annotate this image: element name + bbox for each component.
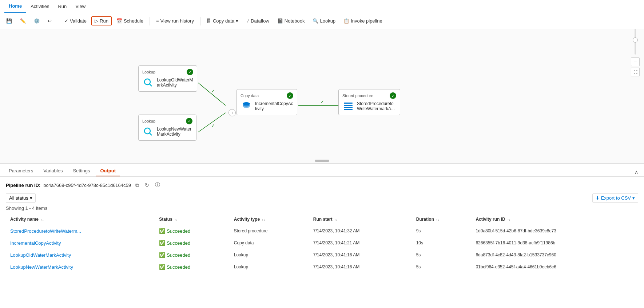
cell-run-id: 01bcf964-e352-445f-a4a4-4661b9eeb6c6 — [471, 261, 638, 273]
tab-settings[interactable]: Settings — [68, 166, 94, 176]
settings-button[interactable]: ⚙️ — [31, 16, 43, 25]
filter-label: All status — [9, 195, 28, 201]
export-csv-button[interactable]: ⬇ Export to CSV ▾ — [592, 193, 638, 203]
copy-run-id-button[interactable]: ⧉ — [134, 181, 140, 189]
view-run-history-button[interactable]: ≡ View run history — [153, 16, 197, 25]
cell-activity-type: Lookup — [230, 261, 309, 273]
cell-activity-name[interactable]: LookupOldWaterMarkActivity — [6, 249, 155, 261]
showing-items-text: Showing 1 - 4 items — [6, 205, 638, 211]
fullscreen-button[interactable]: ⛶ — [631, 68, 640, 76]
nav-view[interactable]: View — [71, 0, 90, 13]
nav-home[interactable]: Home — [4, 0, 26, 13]
status-text: Succeeded — [167, 240, 190, 246]
lookup2-icon — [142, 126, 154, 137]
export-csv-label: Export to CSV — [601, 195, 631, 201]
col-duration[interactable]: Duration ↑↓ — [412, 214, 472, 225]
copy-data-button[interactable]: 🗄 Copy data ▾ — [203, 16, 242, 25]
activity-name-link[interactable]: IncrementalCopyActivity — [10, 240, 61, 246]
stored-proc-icon — [342, 100, 354, 112]
cell-duration: 5s — [412, 261, 472, 273]
svg-point-8 — [144, 128, 150, 134]
undo-button[interactable]: ↩ — [44, 16, 55, 25]
lookup-button[interactable]: 🔍 Lookup — [309, 16, 339, 25]
table-row: LookupNewWaterMarkActivity ✅ Succeeded L… — [6, 261, 638, 273]
edit-button[interactable]: ✏️ — [17, 16, 29, 25]
tab-parameters[interactable]: Parameters — [4, 166, 37, 176]
gear-icon: ⚙️ — [34, 18, 40, 24]
node-lookup1-success-badge: ✓ — [187, 69, 193, 75]
schedule-label: Schedule — [124, 18, 143, 24]
status-text: Succeeded — [167, 264, 190, 270]
col-activity-run-id[interactable]: Activity run ID ↑↓ — [471, 214, 638, 225]
cell-activity-name[interactable]: IncrementalCopyActivity — [6, 237, 155, 249]
refresh-button[interactable]: ↻ — [143, 181, 151, 189]
node-stored-success-badge: ✓ — [390, 92, 396, 99]
node-stored-type: Stored procedure — [342, 93, 373, 98]
cell-duration: 5s — [412, 249, 472, 261]
svg-line-9 — [150, 133, 152, 135]
tab-variables[interactable]: Variables — [39, 166, 67, 176]
invoke-pipeline-button[interactable]: 📋 Invoke pipeline — [340, 16, 386, 25]
zoom-thumb[interactable] — [633, 37, 638, 43]
save-button[interactable]: 💾 — [3, 16, 15, 25]
node-copy-success-badge: ✓ — [287, 92, 293, 99]
cell-activity-name[interactable]: StoredProceduretoWriteWaterm... — [6, 225, 155, 237]
run-button[interactable]: ▷ Run — [91, 16, 112, 25]
node-lookup-new[interactable]: Lookup ✓ LookupNewWaterMarkActivity — [138, 115, 196, 141]
svg-text:✓: ✓ — [211, 88, 215, 94]
col-run-start[interactable]: Run start ↑↓ — [309, 214, 412, 225]
cell-activity-type: Copy data — [230, 237, 309, 249]
success-icon: ✅ — [159, 240, 165, 246]
cell-activity-name[interactable]: LookupNewWaterMarkActivity — [6, 261, 155, 273]
activity-name-link[interactable]: StoredProceduretoWriteWaterm... — [10, 228, 81, 234]
all-status-dropdown[interactable]: All status ▾ — [6, 193, 36, 203]
node-copy-data[interactable]: Copy data ✓ IncrementalCopyActivity — [236, 89, 297, 115]
validate-label: Validate — [70, 18, 87, 24]
schedule-button[interactable]: 📅 Schedule — [113, 16, 147, 25]
nav-run[interactable]: Run — [53, 0, 71, 13]
nav-activities[interactable]: Activities — [26, 0, 53, 13]
save-icon: 💾 — [6, 18, 12, 24]
notebook-button[interactable]: 📓 Notebook — [274, 16, 308, 25]
filter-chevron-icon: ▾ — [30, 195, 32, 201]
panel-collapse-button[interactable]: ∧ — [633, 168, 640, 176]
invoke-pipeline-label: Invoke pipeline — [351, 18, 382, 24]
validate-button[interactable]: ✓ Validate — [61, 16, 90, 25]
col-status[interactable]: Status ↑↓ — [155, 214, 230, 225]
tab-output[interactable]: Output — [96, 166, 120, 176]
activity-runs-table: Activity name ↑↓ Status ↑↓ Activity type… — [6, 214, 638, 273]
toolbar-separator-3 — [200, 17, 200, 25]
run-label: Run — [100, 18, 108, 24]
col-activity-name[interactable]: Activity name ↑↓ — [6, 214, 155, 225]
node-stored-procedure[interactable]: Stored procedure ✓ StoredProceduretoWrit… — [338, 89, 400, 115]
info-button[interactable]: ⓘ — [154, 181, 162, 189]
sort-activity-type-icon: ↑↓ — [262, 218, 265, 221]
undo-icon: ↩ — [48, 18, 52, 24]
cell-status: ✅ Succeeded — [155, 261, 230, 273]
invoke-pipeline-icon: 📋 — [343, 18, 349, 24]
status-cell: ✅ Succeeded — [159, 252, 225, 258]
plus-connector-btn[interactable]: + — [228, 109, 236, 116]
zoom-out-button[interactable]: − — [631, 57, 640, 66]
cell-run-start: 7/14/2023, 10:41:21 AM — [309, 237, 412, 249]
activity-name-link[interactable]: LookupNewWaterMarkActivity — [10, 264, 73, 270]
panel-content: Pipeline run ID: bc4a7669-c95f-4d7c-978c… — [0, 177, 644, 308]
cell-duration: 10s — [412, 237, 472, 249]
svg-text:✓: ✓ — [211, 123, 215, 128]
copy-data-label: Copy data — [213, 18, 234, 24]
cell-run-start: 7/14/2023, 10:41:32 AM — [309, 225, 412, 237]
svg-rect-14 — [344, 109, 353, 110]
svg-rect-11 — [344, 103, 353, 104]
pipeline-connectors: ✓ ✓ ✓ — [0, 29, 644, 163]
export-chevron-icon: ▾ — [632, 195, 635, 201]
col-activity-type[interactable]: Activity type ↑↓ — [230, 214, 309, 225]
panel-drag-handle[interactable] — [315, 160, 329, 162]
run-id-label: Pipeline run ID: — [6, 183, 40, 188]
node-lookup-old[interactable]: Lookup ✓ LookupOldWaterMarkActivity — [138, 65, 197, 92]
panel-tabs-bar: Parameters Variables Settings Output ∧ — [0, 164, 644, 177]
notebook-icon: 📓 — [277, 18, 283, 24]
activity-name-link[interactable]: LookupOldWaterMarkActivity — [10, 252, 71, 258]
dataflow-button[interactable]: ⑂ Dataflow — [243, 16, 273, 25]
cell-status: ✅ Succeeded — [155, 237, 230, 249]
table-row: IncrementalCopyActivity ✅ Succeeded Copy… — [6, 237, 638, 249]
